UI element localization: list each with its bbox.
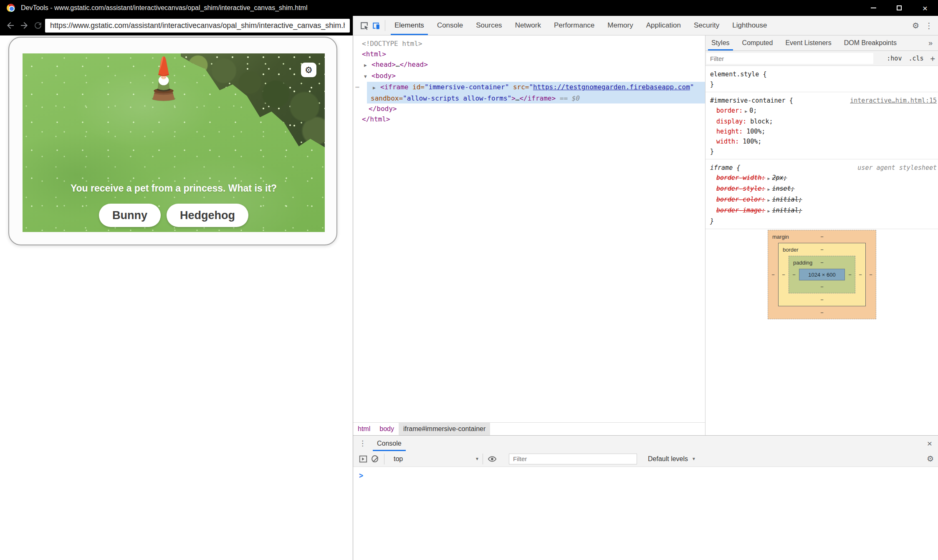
game-settings-button[interactable]: ⚙ [301, 63, 316, 77]
devtools-tab-application[interactable]: Application [646, 16, 681, 35]
shorthand-expand-icon[interactable]: ▶ [743, 109, 749, 114]
box-model-diagram: margin − − border − − [768, 230, 876, 319]
shorthand-expand-icon[interactable]: ▶ [765, 209, 772, 213]
dom-tree-node[interactable]: </body> [353, 103, 705, 114]
reload-button[interactable] [33, 20, 43, 31]
dom-tree-node[interactable]: </html> [353, 114, 705, 124]
reload-icon [33, 20, 43, 30]
sidebar-tab-computed[interactable]: Computed [742, 35, 773, 50]
code-token: … [516, 94, 520, 102]
console-settings-button[interactable]: ⚙ [927, 455, 934, 463]
dom-tree-node[interactable]: <html> [353, 49, 705, 59]
new-style-rule-button[interactable]: + [930, 54, 935, 63]
more-actions-icon[interactable]: ⋯ [355, 82, 360, 92]
css-property[interactable]: border-color:▶initial; [705, 194, 938, 205]
tree-arrow-icon[interactable]: ▶ [373, 83, 380, 93]
shorthand-expand-icon[interactable]: ▶ [765, 198, 772, 202]
choice-button-hedgehog[interactable]: Hedgehog [167, 204, 248, 227]
style-rule-selector[interactable]: element.style { [710, 69, 766, 79]
back-button[interactable] [5, 20, 16, 31]
device-toolbar-button[interactable] [370, 20, 382, 31]
css-property[interactable]: height: 100%; [705, 126, 938, 136]
style-rule-selector[interactable]: iframe { [710, 163, 740, 173]
devtools-menu-button[interactable]: ⋮ [925, 22, 933, 30]
game-device-frame: ⚙ You receive a pet from a princess. Wha… [8, 37, 337, 245]
style-rule-selector[interactable]: #immersive-container { [710, 96, 793, 106]
window-titlebar: DevTools - www.gstatic.com/assistant/int… [0, 0, 938, 16]
devtools-tab-memory[interactable]: Memory [607, 16, 633, 35]
breadcrumb-item[interactable]: body [375, 423, 399, 435]
inspect-element-button[interactable] [358, 20, 370, 31]
console-toolbar-divider2 [483, 454, 483, 464]
css-property[interactable]: border-style:▶inset; [705, 184, 938, 194]
sidebar-tabs-overflow-button[interactable]: » [928, 39, 933, 48]
dom-tree-node[interactable]: ⋯▶<iframe id="immersive-container" src="… [353, 82, 705, 93]
console-levels-select[interactable]: Default levels ▼ [648, 455, 696, 463]
devtools-tab-network[interactable]: Network [515, 16, 541, 35]
console-sidebar-toggle-button[interactable] [357, 453, 369, 465]
chrome-logo-icon [7, 4, 15, 12]
toggle-class-button[interactable]: .cls [908, 55, 923, 62]
shorthand-expand-icon[interactable]: ▶ [765, 176, 772, 181]
css-property-separator [746, 118, 750, 125]
devtools-settings-button[interactable]: ⚙ [912, 22, 919, 30]
sidebar-tab-styles[interactable]: Styles [711, 35, 730, 50]
toggle-hover-state-button[interactable]: :hov [887, 55, 902, 62]
forward-button[interactable] [19, 20, 30, 31]
dom-tree-node[interactable]: ▶<head>…</head> [353, 59, 705, 71]
dom-tree-node[interactable]: sandbox="allow-scripts allow-forms">…</i… [353, 93, 705, 103]
console-output[interactable]: > [353, 467, 938, 560]
dom-tree-node[interactable]: <!DOCTYPE html> [353, 38, 705, 49]
clear-console-button[interactable] [369, 453, 381, 465]
choice-button-bunny[interactable]: Bunny [99, 204, 161, 227]
minimize-button[interactable] [860, 0, 886, 16]
devtools-tab-security[interactable]: Security [694, 16, 719, 35]
css-property[interactable]: width: 100%; [705, 136, 938, 146]
style-rule-header: iframe {user agent stylesheet [705, 163, 938, 173]
border-left-value: − [779, 256, 789, 293]
sidebar-tab-dom-breakpoints[interactable]: DOM Breakpoints [844, 35, 897, 50]
devtools-tab-performance[interactable]: Performance [554, 16, 594, 35]
css-property-value: 100%; [743, 138, 761, 145]
css-property[interactable]: display: block; [705, 116, 938, 126]
breadcrumb-item[interactable]: iframe#immersive-container [399, 423, 490, 435]
code-token: <html> [362, 50, 386, 58]
style-rule-close-brace: } [705, 146, 938, 156]
css-property[interactable]: border-width:▶2px; [705, 173, 938, 184]
caret-down-icon: ▼ [692, 457, 696, 461]
devtools-tab-elements[interactable]: Elements [394, 16, 424, 35]
css-property[interactable]: border-image:▶initial; [705, 205, 938, 216]
console-filter-input[interactable] [509, 454, 637, 464]
drawer-menu-button[interactable]: ⋮ [359, 439, 366, 448]
maximize-button[interactable] [886, 0, 912, 16]
live-expression-button[interactable] [486, 453, 498, 465]
css-property[interactable]: border:▶0; [705, 106, 938, 116]
padding-label: padding [793, 260, 812, 266]
code-token: " [529, 83, 533, 91]
clear-console-icon [372, 455, 378, 462]
close-button[interactable]: × [912, 0, 938, 16]
styles-filter-input[interactable] [706, 53, 873, 64]
code-token: <head> [372, 61, 396, 68]
tree-arrow-icon[interactable]: ▶ [364, 60, 372, 71]
drawer-tab-console[interactable]: Console [377, 436, 402, 451]
css-property-value: block; [750, 118, 773, 125]
console-context-select[interactable]: top ▼ [394, 455, 479, 463]
devtools-tab-sources[interactable]: Sources [476, 16, 502, 35]
url-input[interactable] [45, 19, 350, 33]
style-rule: #immersive-container {interactive…him.ht… [705, 92, 938, 159]
code-token: … [396, 61, 400, 68]
shorthand-expand-icon[interactable]: ▶ [765, 187, 772, 192]
stylesheet-source-link[interactable]: interactive…him.html:15 [850, 96, 938, 106]
caret-down-icon: ▼ [475, 457, 479, 461]
css-property-name: border: [716, 107, 743, 114]
breadcrumb-item[interactable]: html [353, 423, 375, 435]
dom-tree-node[interactable]: ▼<body> [353, 71, 705, 82]
drawer-close-button[interactable]: × [927, 439, 932, 449]
devtools-tab-lighthouse[interactable]: Lighthouse [732, 16, 767, 35]
sidebar-tab-event-listeners[interactable]: Event Listeners [785, 35, 831, 50]
tree-arrow-icon[interactable]: ▼ [364, 71, 372, 82]
drawer-tabbar: ⋮ Console × [353, 436, 938, 451]
devtools-tab-console[interactable]: Console [437, 16, 463, 35]
settings-icon: ⚙ [305, 65, 313, 75]
